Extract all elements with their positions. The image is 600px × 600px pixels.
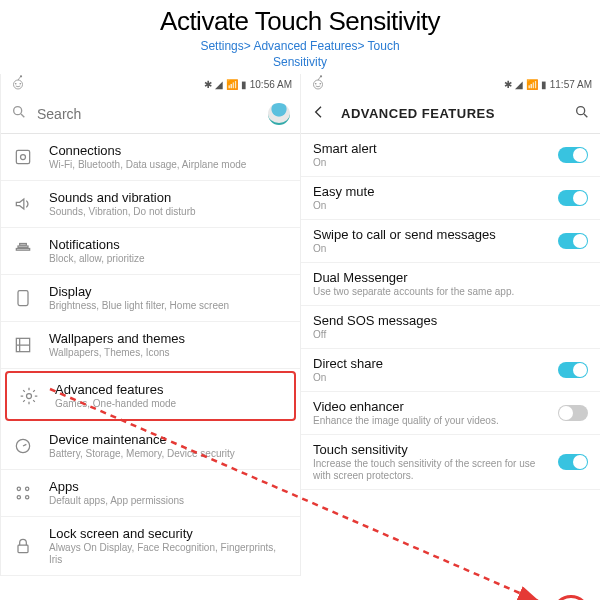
sound-icon: [13, 194, 33, 214]
item-title: Touch sensitivity: [313, 442, 542, 457]
item-subtitle: On: [313, 200, 542, 212]
af-item-send-sos-messages[interactable]: Send SOS messagesOff: [301, 306, 600, 349]
item-title: Send SOS messages: [313, 313, 588, 328]
svg-point-5: [14, 106, 22, 114]
svg-rect-9: [20, 244, 27, 246]
svg-point-25: [320, 75, 322, 77]
svg-point-19: [26, 496, 29, 499]
item-subtitle: Enhance the image quality of your videos…: [313, 415, 542, 427]
settings-item-wallpapers-and-themes[interactable]: Wallpapers and themesWallpapers, Themes,…: [1, 322, 300, 369]
item-subtitle: Default apps, App permissions: [49, 495, 288, 507]
page-title: ADVANCED FEATURES: [341, 106, 560, 121]
af-item-video-enhancer[interactable]: Video enhancerEnhance the image quality …: [301, 392, 600, 435]
bluetooth-icon: ✱: [204, 79, 212, 90]
item-subtitle: Brightness, Blue light filter, Home scre…: [49, 300, 288, 312]
toggle-switch[interactable]: [558, 405, 588, 421]
af-item-swipe-to-call-or-send-messages[interactable]: Swipe to call or send messagesOn: [301, 220, 600, 263]
reddit-icon: [309, 74, 327, 94]
status-time: 11:57 AM: [550, 79, 592, 90]
tutorial-header: Activate Touch Sensitivity Settings> Adv…: [0, 0, 600, 74]
svg-point-8: [21, 155, 26, 160]
item-title: Connections: [49, 143, 288, 158]
item-title: Notifications: [49, 237, 288, 252]
settings-item-sounds-and-vibration[interactable]: Sounds and vibrationSounds, Vibration, D…: [1, 181, 300, 228]
svg-point-22: [315, 83, 317, 85]
phone-advanced-features: ✱ ◢ 📶 ▮ 11:57 AM ADVANCED FEATURES Smart…: [300, 74, 600, 576]
af-item-touch-sensitivity[interactable]: Touch sensitivityIncrease the touch sens…: [301, 435, 600, 490]
search-row[interactable]: [1, 94, 300, 134]
af-item-easy-mute[interactable]: Easy muteOn: [301, 177, 600, 220]
toggle-switch[interactable]: [558, 454, 588, 470]
toggle-switch[interactable]: [558, 147, 588, 163]
item-title: Wallpapers and themes: [49, 331, 288, 346]
item-subtitle: Use two separate accounts for the same a…: [313, 286, 588, 298]
item-title: Sounds and vibration: [49, 190, 288, 205]
item-subtitle: Battery, Storage, Memory, Device securit…: [49, 448, 288, 460]
avatar[interactable]: [268, 103, 290, 125]
bluetooth-icon: ✱: [504, 79, 512, 90]
item-title: Swipe to call or send messages: [313, 227, 542, 242]
svg-point-0: [14, 80, 23, 89]
svg-line-6: [21, 114, 24, 117]
settings-item-lock-screen-and-security[interactable]: Lock screen and securityAlways On Displa…: [1, 517, 300, 576]
item-subtitle: On: [313, 372, 542, 384]
item-subtitle: Games, One-handed mode: [55, 398, 282, 410]
item-title: Device maintenance: [49, 432, 288, 447]
settings-item-notifications[interactable]: NotificationsBlock, allow, prioritize: [1, 228, 300, 275]
svg-point-1: [15, 83, 17, 85]
svg-point-17: [26, 487, 29, 490]
item-title: Direct share: [313, 356, 542, 371]
svg-point-16: [17, 487, 20, 490]
search-input[interactable]: [37, 106, 258, 122]
af-item-smart-alert[interactable]: Smart alertOn: [301, 134, 600, 177]
item-title: Advanced features: [55, 382, 282, 397]
svg-line-24: [318, 77, 320, 80]
item-subtitle: Block, allow, prioritize: [49, 253, 288, 265]
settings-item-device-maintenance[interactable]: Device maintenanceBattery, Storage, Memo…: [1, 423, 300, 470]
statusbar-right: ✱ ◢ 📶 ▮ 11:57 AM: [301, 74, 600, 94]
item-subtitle: Sounds, Vibration, Do not disturb: [49, 206, 288, 218]
svg-rect-11: [16, 249, 29, 251]
svg-rect-10: [18, 246, 28, 248]
reddit-icon: [9, 74, 27, 94]
svg-line-27: [584, 114, 587, 117]
status-time: 10:56 AM: [250, 79, 292, 90]
settings-item-display[interactable]: DisplayBrightness, Blue light filter, Ho…: [1, 275, 300, 322]
signal-icon: 📶: [226, 79, 238, 90]
signal-icon: 📶: [526, 79, 538, 90]
settings-list: ConnectionsWi-Fi, Bluetooth, Data usage,…: [1, 134, 300, 576]
item-subtitle: On: [313, 157, 542, 169]
item-subtitle: On: [313, 243, 542, 255]
back-icon[interactable]: [311, 104, 327, 124]
svg-point-26: [577, 106, 585, 114]
item-title: Dual Messenger: [313, 270, 588, 285]
battery-icon: ▮: [241, 79, 247, 90]
breadcrumb: Settings> Advanced Features> Touch Sensi…: [0, 39, 600, 70]
item-subtitle: Wallpapers, Themes, Icons: [49, 347, 288, 359]
svg-point-4: [20, 75, 22, 77]
item-title: Easy mute: [313, 184, 542, 199]
wifi-icon: ◢: [515, 79, 523, 90]
maintenance-icon: [13, 436, 33, 456]
advanced-features-header: ADVANCED FEATURES: [301, 94, 600, 134]
af-item-dual-messenger[interactable]: Dual MessengerUse two separate accounts …: [301, 263, 600, 306]
svg-point-23: [320, 83, 322, 85]
search-icon[interactable]: [574, 104, 590, 124]
toggle-switch[interactable]: [558, 233, 588, 249]
toggle-switch[interactable]: [558, 362, 588, 378]
wallpaper-icon: [13, 335, 33, 355]
phone-settings: ✱ ◢ 📶 ▮ 10:56 AM ConnectionsWi-Fi, Bluet…: [0, 74, 300, 576]
advanced-features-list: Smart alertOnEasy muteOnSwipe to call or…: [301, 134, 600, 490]
item-subtitle: Wi-Fi, Bluetooth, Data usage, Airplane m…: [49, 159, 288, 171]
af-item-direct-share[interactable]: Direct shareOn: [301, 349, 600, 392]
settings-item-advanced-features[interactable]: Advanced featuresGames, One-handed mode: [5, 371, 296, 421]
display-icon: [13, 288, 33, 308]
toggle-switch[interactable]: [558, 190, 588, 206]
svg-point-18: [17, 496, 20, 499]
settings-item-connections[interactable]: ConnectionsWi-Fi, Bluetooth, Data usage,…: [1, 134, 300, 181]
item-title: Display: [49, 284, 288, 299]
statusbar-left: ✱ ◢ 📶 ▮ 10:56 AM: [1, 74, 300, 94]
settings-item-apps[interactable]: AppsDefault apps, App permissions: [1, 470, 300, 517]
annotation-circle: [552, 595, 590, 600]
connections-icon: [13, 147, 33, 167]
